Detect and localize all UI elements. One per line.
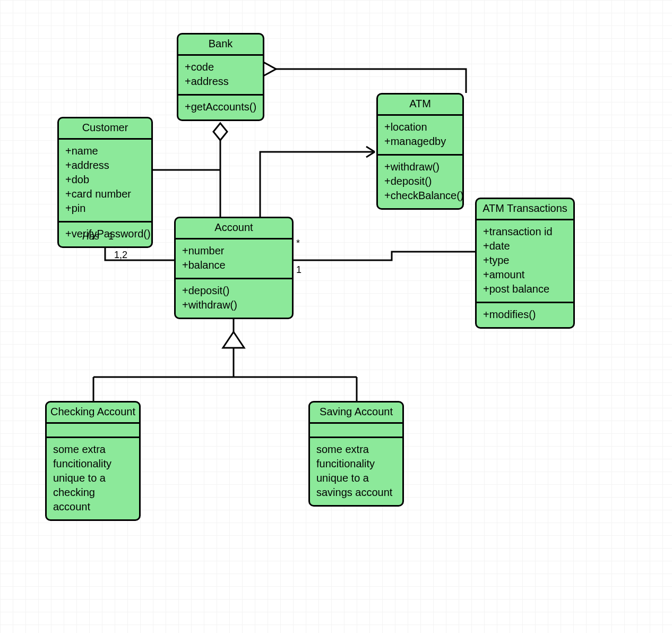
- class-attrs: +transaction id +date +type +amount +pos…: [477, 220, 573, 303]
- class-title: Account: [176, 218, 292, 239]
- class-attrs: [310, 424, 402, 438]
- class-attrs: +name +address +dob +card number +pin: [59, 140, 151, 223]
- class-saving-account[interactable]: Saving Account some extra funcitionality…: [308, 401, 404, 507]
- multiplicity-1b: 1: [296, 264, 301, 276]
- class-account[interactable]: Account +number +balance +deposit() +wit…: [174, 217, 294, 319]
- class-title: Customer: [59, 118, 151, 140]
- class-attrs: +location +managedby: [378, 116, 462, 156]
- class-ops: +verifyPassword(): [59, 223, 151, 246]
- class-title: ATM: [378, 95, 462, 116]
- class-title: Checking Account: [47, 403, 139, 424]
- class-bank[interactable]: Bank +code +address +getAccounts(): [177, 33, 264, 121]
- class-ops: +modifies(): [477, 303, 573, 327]
- class-title: ATM Transactions: [477, 199, 573, 220]
- class-ops: some extra funcitionality unique to a ch…: [47, 438, 139, 519]
- multiplicity-star: *: [296, 238, 300, 249]
- class-customer[interactable]: Customer +name +address +dob +card numbe…: [57, 117, 153, 248]
- class-checking-account[interactable]: Checking Account some extra funcitionali…: [45, 401, 141, 521]
- uml-class-diagram: Bank +code +address +getAccounts() Custo…: [0, 0, 672, 633]
- class-ops: +withdraw() +deposit() +checkBalance(): [378, 156, 462, 208]
- assoc-label-has: Has: [82, 231, 99, 242]
- class-title: Saving Account: [310, 403, 402, 424]
- class-ops: some extra funcitionality unique to a sa…: [310, 438, 402, 505]
- class-atm[interactable]: ATM +location +managedby +withdraw() +de…: [376, 93, 464, 210]
- class-attrs: +code +address: [178, 56, 263, 96]
- class-attrs: [47, 424, 139, 438]
- class-ops: +getAccounts(): [178, 96, 263, 119]
- class-attrs: +number +balance: [176, 239, 292, 279]
- class-atm-transactions[interactable]: ATM Transactions +transaction id +date +…: [475, 198, 575, 329]
- class-title: Bank: [178, 35, 263, 56]
- multiplicity-1-2: 1,2: [114, 250, 127, 261]
- class-ops: +deposit() +withdraw(): [176, 279, 292, 318]
- multiplicity-1: 1: [108, 231, 114, 242]
